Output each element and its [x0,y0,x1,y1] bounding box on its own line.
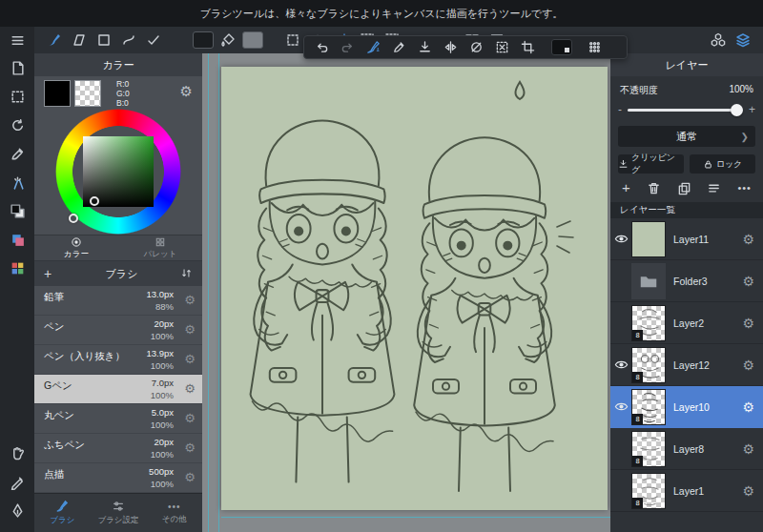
layer-settings-gear-icon[interactable]: ⚙ [742,483,763,499]
layer-settings-gear-icon[interactable]: ⚙ [742,274,763,289]
selection-icon[interactable] [0,82,34,111]
brush-row-selected[interactable]: Gペン 7.0px 100% ⚙ [34,375,202,404]
quick-eyedropper-icon[interactable] [387,37,410,57]
layer-row-selected[interactable]: 8 Layer10 ⚙ [610,386,763,428]
visibility-eye-icon[interactable] [610,358,631,372]
brush-settings-gear-icon[interactable]: ⚙ [184,381,196,396]
snap-tool-button[interactable] [141,29,166,51]
opacity-slider[interactable] [628,109,743,112]
select-rect-button[interactable] [280,29,305,51]
tab-other[interactable]: ••• その他 [146,494,202,532]
material-color-chip[interactable] [551,39,572,55]
mini-palette-icon[interactable] [0,254,34,282]
blend-mode-button[interactable]: 通常 ❯ [618,126,755,147]
layer-settings-gear-icon[interactable]: ⚙ [742,358,763,373]
folder-thumbnail[interactable] [631,263,666,299]
visibility-eye-icon[interactable] [610,399,631,414]
layer-thumbnail[interactable] [631,221,666,257]
color-chip-button[interactable] [191,29,216,51]
color-settings-gear-icon[interactable]: ⚙ [180,82,193,101]
curve-tool-button[interactable] [116,29,141,51]
layer-thumbnail[interactable]: 8 [631,305,666,341]
crop-canvas-icon[interactable] [516,37,539,57]
brush-settings-gear-icon[interactable]: ⚙ [184,411,196,425]
new-canvas-icon[interactable] [0,53,34,82]
brush-settings-gear-icon[interactable]: ⚙ [184,322,196,337]
layers-panel-toggle-icon[interactable] [731,29,755,51]
nib-settings-icon[interactable] [0,496,34,524]
quick-brush-icon[interactable] [361,37,384,57]
brush-row[interactable]: 丸ペン 5.0px 100% ⚙ [34,404,202,434]
canvas-area[interactable]: 3638*5102px 600dpi 43% -2° ブラシ: 7.0px 10… [202,53,610,532]
hue-handle[interactable] [69,214,78,223]
visibility-eye-icon[interactable] [610,232,631,246]
layer-more-button[interactable]: ••• [737,180,752,195]
medibang-cloud-icon[interactable] [706,29,731,51]
redo-icon[interactable] [336,37,359,57]
layer-row[interactable]: 8 Layer1 ⚙ [610,470,763,512]
airbrush-icon[interactable] [0,168,34,196]
layer-row[interactable]: Layer11 ⚙ [610,218,763,260]
layer-settings-gear-icon[interactable]: ⚙ [742,232,763,247]
flip-horizontal-icon[interactable] [439,37,462,57]
layer-thumbnail[interactable]: 8 [631,431,666,467]
layer-settings-gear-icon[interactable]: ⚙ [742,441,763,457]
brush-row[interactable]: ふちペン 20px 100% ⚙ [34,434,202,463]
duplicate-layer-button[interactable] [677,181,691,195]
sv-handle[interactable] [90,196,99,206]
color-wheel[interactable] [34,109,202,235]
drag-handle-dots-icon[interactable] [583,37,606,57]
clipping-button[interactable]: クリッピング [618,154,684,174]
layer-thumbnail[interactable]: 8 [631,473,666,509]
layer-actions-row: + ••• [610,174,763,202]
brush-settings-gear-icon[interactable]: ⚙ [184,352,196,366]
brush-sort-icon[interactable] [180,267,193,281]
layer-list-menu-button[interactable] [707,181,721,195]
tab-brush-settings[interactable]: ブラシ設定 [91,494,147,532]
shape-tool-button[interactable] [92,29,116,51]
rotate-reset-icon[interactable] [464,37,487,57]
brush-tool-button[interactable] [42,29,67,51]
hand-pan-icon[interactable] [0,439,34,467]
foreground-color-swatch[interactable] [44,80,71,107]
layer-settings-gear-icon[interactable]: ⚙ [742,399,763,415]
brush-row[interactable]: 鉛筆 13.0px 88% ⚙ [34,286,202,316]
slider-knob[interactable] [731,104,743,116]
opacity-plus-button[interactable]: + [749,103,755,116]
layer-row[interactable]: 8 Layer12 ⚙ [610,344,763,386]
add-brush-button[interactable]: + [44,266,63,281]
opacity-minus-button[interactable]: - [618,103,622,116]
eraser-tool-button[interactable] [67,29,92,51]
rotate-view-icon[interactable] [0,111,34,139]
add-layer-button[interactable]: + [622,180,630,195]
hamburger-menu-icon[interactable] [0,27,34,53]
eyedropper-icon[interactable] [0,139,34,168]
layer-row[interactable]: Folder3 ⚙ [610,260,763,302]
gradient-chip-button[interactable] [240,29,265,51]
layer-thumbnail[interactable]: 8 [631,389,666,425]
layer-row[interactable]: 8 Layer8 ⚙ [610,428,763,470]
layer-row[interactable]: 8 Layer2 ⚙ [610,302,763,344]
brush-row[interactable]: 点描 500px 100% ⚙ [34,463,202,493]
mini-layers-icon[interactable] [0,225,34,254]
tab-palette[interactable]: パレット [118,235,202,260]
brush-settings-gear-icon[interactable]: ⚙ [184,293,196,307]
layer-thumbnail[interactable]: 8 [631,347,666,383]
undo-icon[interactable] [310,37,333,57]
fg-bg-swatch-icon[interactable] [0,196,34,225]
tab-color[interactable]: カラー [34,235,118,260]
tab-brush[interactable]: ブラシ [34,494,91,532]
clear-selection-icon[interactable] [490,37,513,57]
fill-bucket-button[interactable] [216,29,240,51]
brush-settings-gear-icon[interactable]: ⚙ [184,440,196,455]
brush-row[interactable]: ペン（入り抜き） 13.9px 100% ⚙ [34,345,202,375]
transparent-color-swatch[interactable] [74,80,101,107]
layer-settings-gear-icon[interactable]: ⚙ [742,316,763,331]
fill-layer-icon[interactable] [413,37,436,57]
canvas-paper[interactable] [221,67,608,510]
lock-button[interactable]: ロック [690,154,755,174]
delete-layer-button[interactable] [647,181,661,195]
brush-row[interactable]: ペン 20px 100% ⚙ [34,316,202,345]
brush-settings-gear-icon[interactable]: ⚙ [184,470,196,484]
pen-cursor-icon[interactable] [0,467,34,496]
